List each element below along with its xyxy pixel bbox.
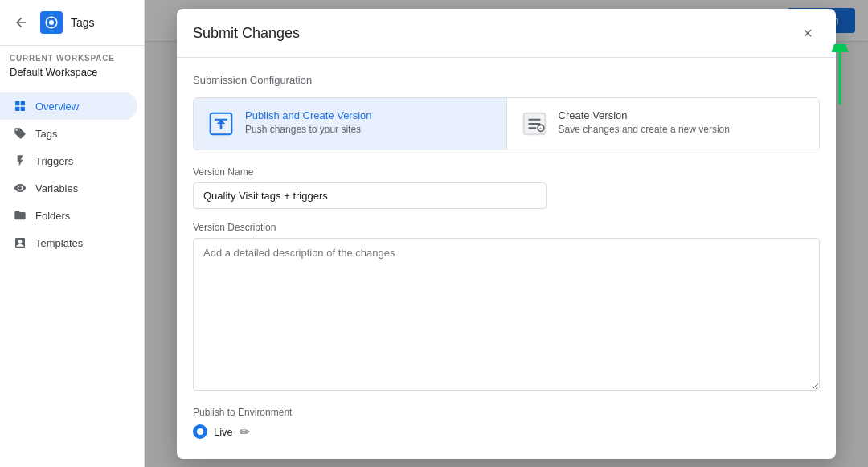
svg-rect-4 — [21, 107, 25, 111]
sidebar-item-tags[interactable]: Tags — [0, 120, 137, 147]
svg-rect-3 — [15, 107, 19, 111]
env-edit-icon[interactable]: ✏ — [240, 424, 250, 440]
svg-text:+: + — [539, 125, 542, 130]
workspace-label: CURRENT WORKSPACE — [10, 54, 134, 63]
folder-icon — [13, 208, 27, 223]
sidebar-item-variables[interactable]: Variables — [0, 174, 137, 202]
template-icon — [13, 236, 27, 250]
env-name: Live — [214, 426, 233, 438]
workspace-name[interactable]: Default Workspace — [10, 63, 134, 81]
svg-point-0 — [49, 20, 54, 25]
config-options: Publish and Create Version Push changes … — [193, 97, 820, 150]
version-description-textarea[interactable] — [193, 238, 820, 391]
dialog-body: Submission Configuration — [177, 58, 836, 459]
version-description-label: Version Description — [193, 222, 820, 233]
sidebar-item-templates-label: Templates — [35, 237, 83, 249]
submission-config-label: Submission Configuration — [193, 74, 820, 86]
publish-create-text: Publish and Create Version Push changes … — [245, 109, 372, 135]
sidebar-nav: Overview Tags Triggers — [0, 86, 144, 263]
version-icon: + — [520, 109, 549, 138]
app-logo — [40, 11, 63, 34]
modal-overlay: Submit Changes × Submission Configuratio… — [145, 0, 868, 467]
env-row: Live ✏ — [193, 424, 820, 440]
submit-changes-dialog: Submit Changes × Submission Configuratio… — [177, 9, 836, 459]
version-name-label: Version Name — [193, 166, 820, 178]
grid-icon — [13, 99, 27, 113]
arrow-annotation — [816, 44, 864, 109]
sidebar-item-overview-label: Overview — [35, 100, 79, 113]
env-radio-live[interactable] — [193, 424, 207, 439]
sidebar-item-triggers[interactable]: Triggers — [0, 147, 137, 174]
sidebar-item-tags-label: Tags — [35, 128, 57, 140]
publish-create-option[interactable]: Publish and Create Version Push changes … — [194, 98, 507, 150]
create-version-text: Create Version Save changes and create a… — [559, 109, 730, 135]
sidebar-item-folders-label: Folders — [35, 210, 70, 222]
version-description-group: Version Description — [193, 222, 820, 394]
sidebar-item-folders[interactable]: Folders — [0, 202, 137, 229]
version-name-group: Version Name — [193, 166, 820, 209]
tag-icon — [13, 126, 27, 141]
publish-env-group: Publish to Environment Live ✏ — [193, 407, 820, 440]
sidebar-item-templates[interactable]: Templates — [0, 229, 137, 256]
sidebar: Tags CURRENT WORKSPACE Default Workspace… — [0, 0, 145, 467]
create-version-desc: Save changes and create a new version — [559, 124, 730, 135]
dialog-title: Submit Changes — [193, 25, 300, 42]
publish-create-title: Publish and Create Version — [245, 109, 372, 121]
workspace-section: CURRENT WORKSPACE Default Workspace — [0, 46, 144, 86]
dialog-header: Submit Changes × — [177, 9, 836, 58]
sidebar-item-triggers-label: Triggers — [35, 155, 73, 167]
sidebar-item-variables-label: Variables — [35, 182, 78, 195]
close-button[interactable]: × — [796, 22, 820, 46]
main-content: Publish Submit Changes × Submission Conf… — [145, 0, 868, 467]
back-button[interactable] — [10, 11, 32, 34]
eye-icon — [13, 181, 27, 195]
app-title: Tags — [71, 16, 95, 29]
version-name-input[interactable] — [193, 182, 547, 209]
sidebar-header: Tags — [0, 0, 144, 46]
create-version-option[interactable]: + Create Version Save changes and create… — [507, 98, 820, 150]
sidebar-item-overview[interactable]: Overview — [0, 92, 137, 120]
svg-rect-2 — [21, 101, 25, 105]
create-version-title: Create Version — [559, 109, 730, 121]
publish-icon — [207, 109, 235, 138]
publish-env-label: Publish to Environment — [193, 407, 820, 418]
lightning-icon — [13, 154, 27, 168]
publish-create-desc: Push changes to your sites — [245, 124, 372, 135]
svg-rect-1 — [15, 101, 19, 105]
